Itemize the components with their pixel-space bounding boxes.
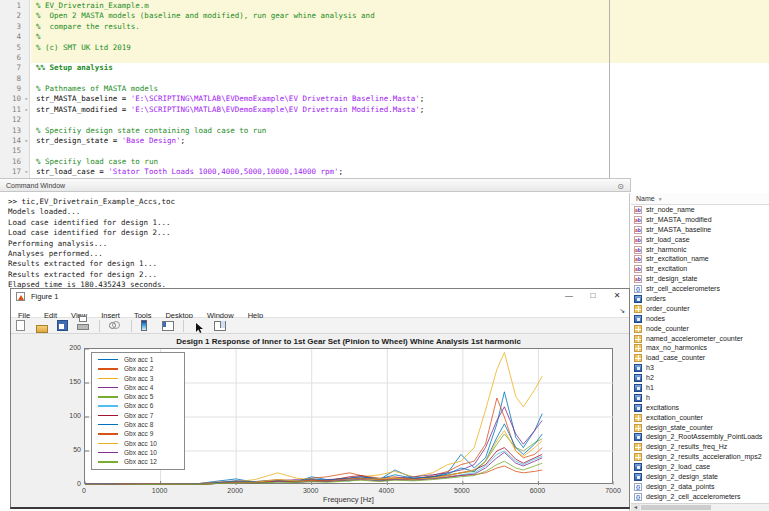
workspace-variable-row[interactable]: design_2_RootAssembly_PointLoads [631,432,769,442]
executable-line-marker[interactable]: - [24,105,29,115]
editor-line[interactable]: 3% compare the results. [0,22,769,32]
workspace-variable-row[interactable]: nodes [631,314,769,324]
line-number[interactable]: 12 [0,115,21,125]
workspace-variable-row[interactable]: order_counter [631,304,769,314]
legend-entry[interactable]: Gbx acc 2 [92,364,184,373]
line-number[interactable]: 5 [0,43,21,53]
dock-figure-icon[interactable]: ↘ [619,304,625,318]
workspace-variable-row[interactable]: h2 [631,373,769,383]
editor-line[interactable]: 17-str_load_case = 'Stator Tooth Loads 1… [0,167,769,177]
line-number[interactable]: 9 [0,84,21,94]
scrollbar-thumb[interactable] [641,505,711,510]
legend-entry[interactable]: Gbx acc 10 [92,439,184,448]
print-figure-icon[interactable] [77,320,89,332]
legend-entry[interactable]: Gbx acc 9 [92,429,184,438]
editor-line[interactable]: 11-str_MASTA_modified = 'E:\SCRIPTING\MA… [0,105,769,115]
workspace-variable-row[interactable]: abstr_excitation [631,264,769,274]
legend-entry[interactable]: Gbx acc 5 [92,392,184,401]
line-number[interactable]: 6 [0,53,21,63]
line-number[interactable]: 15 [0,146,21,156]
editor-code-lines[interactable]: 1% EV_Drivetrain_Example.m2% Open 2 MAST… [0,1,769,177]
workspace-variable-row[interactable]: h1 [631,383,769,393]
save-figure-icon[interactable] [57,320,69,332]
workspace-variable-row[interactable]: abstr_excitation_name [631,254,769,264]
plot-tools-icon[interactable] [214,320,226,332]
workspace-variable-row[interactable]: {}design_2_data_points [631,482,769,492]
workspace-variable-row[interactable]: abstr_node_name [631,205,769,215]
legend-entry[interactable]: Gbx acc 3 [92,374,184,383]
editor-line[interactable]: 1% EV_Drivetrain_Example.m [0,1,769,11]
executable-line-marker[interactable]: - [24,167,29,177]
workspace-variable-row[interactable]: design_2_results_freq_Hz [631,442,769,452]
command-window-header[interactable]: Command Window ⊙ [0,178,631,192]
workspace-variable-row[interactable]: design_2_design_state [631,472,769,482]
legend-entry[interactable]: Gbx acc 1 [92,355,184,364]
workspace-variable-row[interactable]: abstr_load_case [631,235,769,245]
editor-line[interactable]: 8 [0,74,769,84]
line-number[interactable]: 11 [0,105,21,115]
edit-plot-icon[interactable] [194,320,206,332]
workspace-variable-row[interactable]: design_2_results_acceleration_mps2 [631,452,769,462]
editor-line[interactable]: 9% Pathnames of MASTA models [0,84,769,94]
close-button[interactable]: ✕ [605,289,629,304]
workspace-variable-row[interactable]: excitation_counter [631,413,769,423]
editor-line[interactable]: 12 [0,115,769,125]
line-number[interactable]: 3 [0,22,21,32]
legend-entry[interactable]: Gbx acc 12 [92,457,184,466]
legend-entry[interactable]: Gbx acc 6 [92,401,184,410]
workspace-horizontal-scrollbar[interactable]: ◂ [631,503,769,511]
editor-line[interactable]: 14-str_design_state = 'Base Design'; [0,136,769,146]
open-file-icon[interactable] [36,320,48,332]
line-number[interactable]: 17 [0,167,21,177]
line-number[interactable]: 7 [0,63,21,73]
executable-line-marker[interactable]: - [24,94,29,104]
editor-line[interactable]: 6 [0,53,769,63]
insert-colorbar-icon[interactable] [141,320,153,332]
workspace-variable-row[interactable]: abstr_MASTA_modified [631,215,769,225]
figure-titlebar[interactable]: Figure 1 — □ ✕ [11,289,629,304]
line-number[interactable]: 2 [0,11,21,21]
workspace-variable-row[interactable]: abstr_MASTA_baseline [631,225,769,235]
new-figure-icon[interactable] [16,320,28,332]
editor-line[interactable]: 4% [0,32,769,42]
workspace-variable-row[interactable]: abstr_harmonic [631,245,769,255]
line-number[interactable]: 13 [0,126,21,136]
panel-menu-icon[interactable]: ⊙ [617,180,624,193]
editor-line[interactable]: 2% Open 2 MASTA models (baseline and mod… [0,11,769,21]
workspace-name-column-header[interactable]: Name▼ [631,193,769,205]
link-plot-icon[interactable] [109,320,121,332]
workspace-variable-row[interactable]: excitations [631,403,769,413]
line-number[interactable]: 14 [0,136,21,146]
legend-entry[interactable]: Gbx acc 8 [92,420,184,429]
workspace-variable-list[interactable]: abstr_node_nameabstr_MASTA_modifiedabstr… [631,205,769,503]
workspace-variable-row[interactable]: named_accelerometer_counter [631,334,769,344]
workspace-variable-row[interactable]: {}design_2_cell_accelerometers [631,492,769,502]
maximize-button[interactable]: □ [581,289,605,304]
workspace-variable-row[interactable]: design_2_load_case [631,462,769,472]
executable-line-marker[interactable]: - [24,136,29,146]
line-number[interactable]: 4 [0,32,21,42]
editor-line[interactable]: 15 [0,146,769,156]
workspace-variable-row[interactable]: node_counter [631,324,769,334]
editor-pane[interactable]: 1% EV_Drivetrain_Example.m2% Open 2 MAST… [0,0,769,178]
workspace-variable-row[interactable]: h [631,393,769,403]
workspace-variable-row[interactable]: {}str_cell_accelerometers [631,284,769,294]
workspace-variable-row[interactable]: design_state_counter [631,423,769,433]
scroll-left-icon[interactable]: ◂ [631,504,640,511]
line-number[interactable]: 8 [0,74,21,84]
workspace-variable-row[interactable]: abstr_design_state [631,274,769,284]
legend-entry[interactable]: Gbx acc 7 [92,411,184,420]
legend-entry[interactable]: Gbx acc 4 [92,383,184,392]
editor-line[interactable]: 5% (c) SMT UK Ltd 2019 [0,43,769,53]
chart-legend[interactable]: Gbx acc 1Gbx acc 2Gbx acc 3Gbx acc 4Gbx … [91,352,185,470]
workspace-variable-row[interactable]: orders [631,294,769,304]
line-number[interactable]: 10 [0,94,21,104]
editor-line[interactable]: 10-str_MASTA_baseline = 'E:\SCRIPTING\MA… [0,94,769,104]
line-number[interactable]: 1 [0,1,21,11]
minimize-button[interactable]: — [557,289,581,304]
editor-line[interactable]: 13% Specifiy design state containing loa… [0,126,769,136]
line-number[interactable]: 16 [0,157,21,167]
editor-line[interactable]: 7%% Setup analysis [0,63,769,73]
workspace-variable-row[interactable]: max_no_harmonics [631,343,769,353]
legend-entry[interactable]: Gbx acc 10 [92,448,184,457]
